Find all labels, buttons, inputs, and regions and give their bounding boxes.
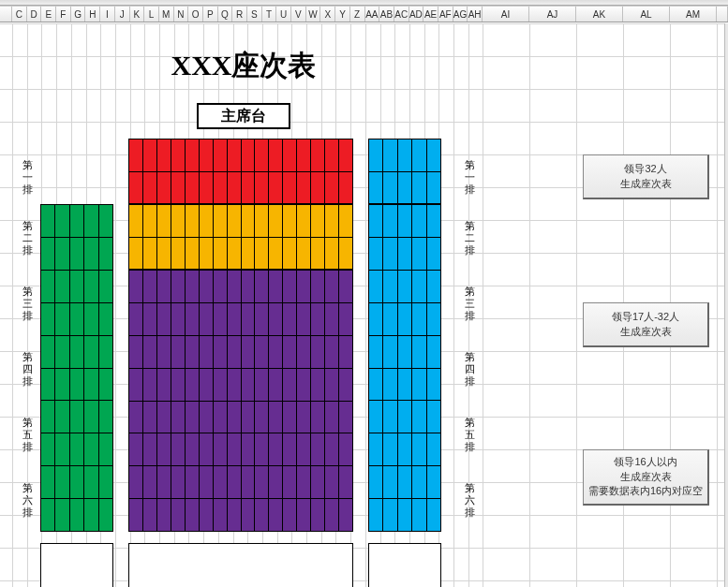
seat-cell[interactable] — [55, 369, 69, 401]
col-header-I[interactable]: I — [100, 7, 115, 22]
seat-cell[interactable] — [325, 336, 339, 368]
seat-cell[interactable] — [157, 139, 171, 171]
seat-cell[interactable] — [325, 238, 339, 270]
seat-cell[interactable] — [255, 369, 269, 401]
seat-cell[interactable] — [369, 466, 383, 498]
seat-cell[interactable] — [269, 499, 283, 531]
seat-cell[interactable] — [325, 466, 339, 498]
seat-cell[interactable] — [99, 205, 112, 237]
seat-cell[interactable] — [186, 499, 200, 531]
seat-cell[interactable] — [70, 336, 84, 368]
seat-cell[interactable] — [143, 466, 157, 498]
seat-cell[interactable] — [412, 238, 426, 270]
seat-cell[interactable] — [84, 369, 98, 401]
seat-cell[interactable] — [412, 139, 426, 171]
seat-cell[interactable] — [214, 336, 228, 368]
seat-cell[interactable] — [255, 139, 269, 171]
seat-cell[interactable] — [297, 238, 311, 270]
seat-cell[interactable] — [41, 433, 55, 465]
seat-cell[interactable] — [84, 466, 98, 498]
seat-cell[interactable] — [283, 238, 297, 270]
seat-cell[interactable] — [171, 433, 186, 465]
seat-cell[interactable] — [311, 369, 325, 401]
seat-cell[interactable] — [242, 205, 256, 237]
seat-cell[interactable] — [70, 499, 84, 531]
seat-cell[interactable] — [297, 433, 311, 465]
seat-cell[interactable] — [55, 205, 69, 237]
seat-cell[interactable] — [311, 433, 325, 465]
seat-cell[interactable] — [311, 205, 325, 237]
seat-cell[interactable] — [269, 172, 283, 204]
col-header-AF[interactable]: AF — [438, 7, 453, 22]
seat-cell[interactable] — [255, 433, 269, 465]
seat-cell[interactable] — [269, 402, 283, 433]
seat-cell[interactable] — [283, 336, 297, 368]
seat-cell[interactable] — [200, 466, 214, 498]
seat-cell[interactable] — [242, 336, 256, 368]
seat-cell[interactable] — [200, 205, 214, 237]
seat-cell[interactable] — [129, 172, 143, 204]
seat-cell[interactable] — [339, 433, 352, 465]
seat-cell[interactable] — [427, 205, 440, 237]
col-header-AK[interactable]: AK — [576, 7, 623, 22]
seat-cell[interactable] — [297, 172, 311, 204]
seat-cell[interactable] — [55, 303, 69, 335]
seat-cell[interactable] — [186, 238, 200, 270]
seat-cell[interactable] — [398, 205, 412, 237]
seat-cell[interactable] — [70, 271, 84, 302]
seat-cell[interactable] — [228, 205, 242, 237]
seat-cell[interactable] — [214, 499, 228, 531]
seat-cell[interactable] — [383, 303, 397, 335]
seat-cell[interactable] — [383, 336, 397, 368]
seat-cell[interactable] — [369, 303, 383, 335]
seat-cell[interactable] — [70, 238, 84, 270]
seat-cell[interactable] — [186, 402, 200, 433]
generate-button-17-32[interactable]: 领导17人-32人 生成座次表 — [583, 302, 709, 347]
seat-cell[interactable] — [412, 271, 426, 302]
seat-cell[interactable] — [228, 303, 242, 335]
seat-cell[interactable] — [283, 402, 297, 433]
seat-cell[interactable] — [383, 172, 397, 204]
col-header-U[interactable]: U — [276, 7, 291, 22]
col-header-E[interactable]: E — [41, 7, 56, 22]
seat-cell[interactable] — [398, 271, 412, 302]
col-header-H[interactable]: H — [85, 7, 100, 22]
seat-cell[interactable] — [55, 336, 69, 368]
seat-cell[interactable] — [369, 205, 383, 237]
col-header-X[interactable]: X — [320, 7, 335, 22]
seat-cell[interactable] — [214, 369, 228, 401]
seat-cell[interactable] — [269, 303, 283, 335]
seat-cell[interactable] — [255, 499, 269, 531]
seat-cell[interactable] — [398, 336, 412, 368]
seat-cell[interactable] — [311, 271, 325, 302]
seat-cell[interactable] — [200, 402, 214, 433]
seat-cell[interactable] — [283, 139, 297, 171]
seat-cell[interactable] — [157, 402, 171, 433]
seat-cell[interactable] — [339, 499, 352, 531]
col-header-M[interactable]: M — [159, 7, 174, 22]
seat-cell[interactable] — [129, 402, 143, 433]
col-header-AA[interactable]: AA — [365, 7, 380, 22]
seat-cell[interactable] — [297, 271, 311, 302]
seat-cell[interactable] — [41, 466, 55, 498]
col-header-F[interactable]: F — [56, 7, 71, 22]
seat-cell[interactable] — [186, 271, 200, 302]
left-block-green[interactable] — [40, 204, 113, 532]
col-header-AC[interactable]: AC — [394, 7, 409, 22]
seat-cell[interactable] — [297, 499, 311, 531]
seat-cell[interactable] — [325, 139, 339, 171]
seat-cell[interactable] — [325, 433, 339, 465]
seat-cell[interactable] — [283, 172, 297, 204]
seat-cell[interactable] — [186, 139, 200, 171]
seat-cell[interactable] — [171, 303, 186, 335]
seat-cell[interactable] — [339, 303, 352, 335]
seat-cell[interactable] — [369, 401, 383, 433]
seat-cell[interactable] — [242, 402, 256, 433]
seat-cell[interactable] — [325, 172, 339, 204]
seat-cell[interactable] — [228, 238, 242, 270]
seat-cell[interactable] — [383, 271, 397, 302]
col-header-AG[interactable]: AG — [453, 7, 468, 22]
col-header-AB[interactable]: AB — [379, 7, 394, 22]
seat-cell[interactable] — [157, 271, 171, 302]
seat-cell[interactable] — [369, 433, 383, 465]
